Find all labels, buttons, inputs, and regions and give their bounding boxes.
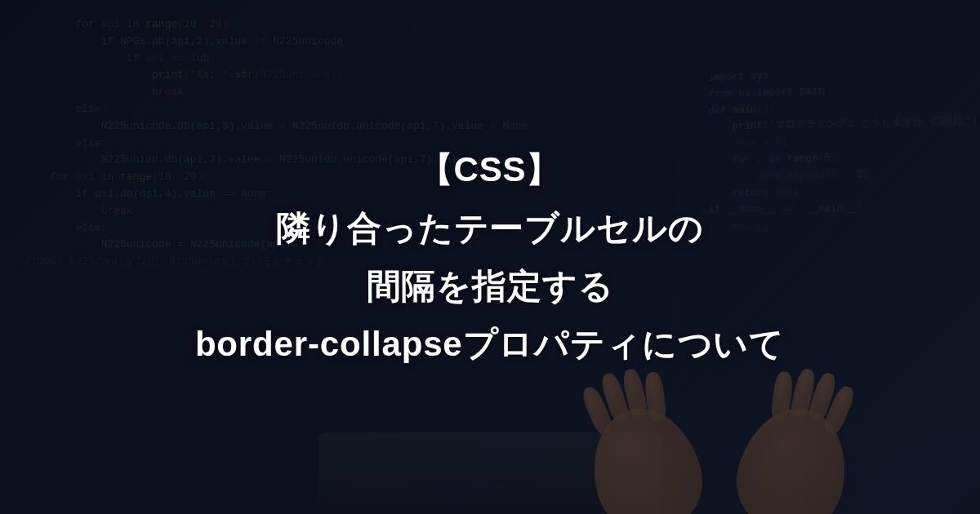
title-line-4: border-collapseプロパティについて bbox=[195, 315, 785, 373]
title-line-1: 【CSS】 bbox=[419, 140, 562, 198]
title-line-2: 隣り合ったテーブルセルの bbox=[276, 199, 703, 257]
title-container: 【CSS】 隣り合ったテーブルセルの 間隔を指定する border-collap… bbox=[0, 0, 980, 514]
title-line-3: 間隔を指定する bbox=[367, 257, 614, 315]
